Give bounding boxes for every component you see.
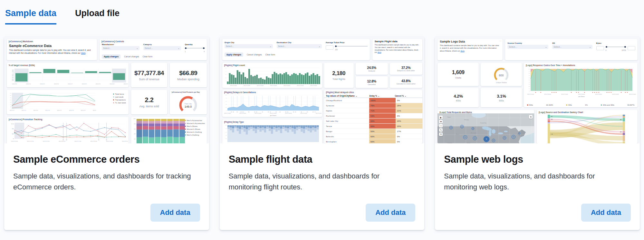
svg-text:2021-07-16: 2021-07-16: [54, 83, 59, 85]
table-row: Bangor50%17%: [324, 129, 422, 134]
range-slider: [185, 46, 205, 50]
add-data-button-logs[interactable]: Add data: [581, 204, 631, 222]
select-input: Select...⌄: [102, 46, 139, 50]
svg-text:-50%: -50%: [12, 80, 14, 81]
svg-text:20%: 20%: [226, 107, 227, 108]
svg-text:Thunder Bay: Thunder Bay: [480, 122, 487, 124]
legend-value: 66.667%: [628, 104, 635, 106]
svg-text:BR: BR: [620, 131, 622, 133]
add-data-button-ecommerce[interactable]: Add data: [150, 204, 200, 222]
svg-text:40%: 40%: [529, 82, 530, 82]
svg-text:0%: 0%: [529, 91, 530, 91]
svg-text:20%: 20%: [226, 138, 227, 139]
svg-text:2021-07-11 00:00: 2021-07-11 00:00: [244, 85, 250, 86]
map-tool-button: □: [439, 124, 443, 128]
svg-text:10: 10: [226, 81, 226, 81]
chevron-down-icon: ⌄: [136, 47, 138, 49]
panel-flight-controls: Origin City Select...⌄ Destination City …: [222, 39, 370, 60]
chevron-down-icon: ⌄: [589, 46, 591, 48]
svg-text:40: 40: [226, 71, 226, 72]
promotion-line-chart: $1,200$800$400$02021-07-13 12:002021-07-…: [7, 121, 128, 143]
legend-item: 400s: [566, 104, 572, 106]
control-category: Category Select...⌄: [143, 43, 181, 53]
table-row: Tampa60%20%: [324, 124, 422, 129]
card-description: Sample data, visualizations, and dashboa…: [13, 171, 195, 193]
svg-text:0%: 0%: [226, 110, 227, 111]
trans-per-day-gauge: Trans / day149.0: [170, 93, 206, 114]
svg-text:80%: 80%: [529, 73, 530, 73]
markdown-body: This dashboard contains sample data for …: [372, 43, 422, 54]
panel-title: [Logs] Source and Destination Sankey Cha…: [537, 110, 638, 114]
legend-item: Men's Accessories: [185, 120, 205, 121]
panel-items-sold-chart: 3503002502001501005002021-07-132021-07-1…: [7, 90, 129, 114]
legend-item: Women's Accessories: [185, 122, 205, 124]
svg-text:2021-07-12 00:00: 2021-07-12 00:00: [257, 85, 264, 86]
control-os: OS Select...⌄: [552, 42, 592, 51]
svg-text:250: 250: [10, 97, 12, 98]
svg-text:20: 20: [226, 77, 226, 78]
svg-text:2021-07-15 00:00: 2021-07-15 00:00: [527, 94, 534, 95]
svg-text:2021-07-15 00:00: 2021-07-15 00:00: [300, 113, 307, 114]
select-input: Select...⌄: [507, 45, 548, 49]
svg-text:50: 50: [10, 106, 11, 107]
line-chart-legend: Total itemsLast weekTransactionsTx. last…: [113, 93, 126, 104]
panel-flight-markdown: Sample Flight data This dashboard contai…: [372, 39, 422, 60]
card-description: Sample data, visualizations, and dashboa…: [444, 171, 626, 193]
svg-text:2021-07-18 00:00: 2021-07-18 00:00: [578, 94, 585, 95]
panel-most-delayed-cities: [Flights] Most delayed cities Top values…: [324, 90, 422, 143]
svg-text:2021-07-19 00:00: 2021-07-19 00:00: [595, 94, 602, 95]
control-destination-city: Destination City Select...⌄: [277, 42, 322, 51]
svg-text:2021-07-16: 2021-07-16: [45, 110, 50, 111]
sort-icon: ⌄: [378, 95, 380, 97]
svg-text:Regina: Regina: [447, 117, 451, 118]
svg-text:2021-07-14 00:00: 2021-07-14 00:00: [285, 113, 292, 114]
legend-item: Total items: [113, 93, 126, 95]
stacked-bar-legend: Men's AccessoriesWomen's AccessoriesMen'…: [185, 120, 205, 136]
svg-text:2021-07-13: 2021-07-13: [12, 83, 17, 85]
svg-text:Trans / day: Trans / day: [185, 103, 192, 105]
svg-text:44: 44: [465, 137, 466, 138]
svg-text:350: 350: [10, 93, 12, 94]
svg-text:300: 300: [10, 95, 12, 96]
panel-delay-type: [Flights] Delay Type 100%80%60%40%20%: [222, 120, 322, 143]
svg-text:100%: 100%: [225, 125, 227, 126]
svg-text:40%: 40%: [226, 135, 227, 136]
category-stacked-bar-chart: 100%80%60%40%20%: [132, 118, 186, 143]
control-origin-city: Origin City Select...⌄: [225, 42, 273, 51]
svg-text:2021-07-16 00:00: 2021-07-16 00:00: [315, 113, 321, 114]
sort-icon: ⌄: [355, 95, 357, 97]
cancel-changes-button: Cancel changes: [247, 53, 262, 56]
cancel-changes-button: Cancel changes: [124, 55, 139, 58]
svg-text:Omaha: Omaha: [467, 142, 470, 143]
map-tool-button: ◧: [439, 116, 443, 119]
panel-sum-revenue: $77,377.84 Sum of revenue: [131, 63, 167, 87]
panel-logs-markdown: ⋯ Sample Logs Data This dashboard contai…: [437, 39, 503, 60]
svg-text:60%: 60%: [529, 77, 530, 78]
svg-text:2021-07-16 00:00: 2021-07-16 00:00: [310, 85, 317, 86]
svg-text:Pierre: Pierre: [456, 134, 459, 135]
svg-text:70%: 70%: [529, 75, 530, 76]
table-row: Birmingham50%0%: [324, 139, 422, 143]
svg-text:BD: BD: [551, 116, 553, 117]
legend-item: 500s: [527, 104, 533, 106]
svg-text:30: 30: [226, 74, 226, 75]
panel-title: [Flights] Delays & Cancellations: [222, 90, 322, 94]
tab-sample-data[interactable]: Sample data: [5, 8, 56, 24]
map-tool-button: ✎: [439, 128, 443, 132]
svg-text:per 3 hours: per 3 hours: [270, 115, 276, 116]
svg-text:0: 0: [11, 109, 12, 110]
svg-text:2021-07-21: 2021-07-21: [124, 83, 128, 85]
tab-upload-file[interactable]: Upload file: [75, 8, 120, 24]
svg-text:2021-07-12 00:00: 2021-07-12 00:00: [255, 113, 261, 114]
svg-text:2021-07-15 00:00: 2021-07-15 00:00: [297, 85, 303, 86]
svg-text:40%: 40%: [134, 133, 136, 135]
panel-delays-cancellations: [Flights] Delays & Cancellations 100%80%…: [222, 90, 322, 117]
svg-text:Minneapolis: Minneapolis: [471, 132, 476, 134]
legend-item: 200s and 300s: [601, 104, 614, 106]
add-data-button-flights[interactable]: Add data: [366, 204, 415, 222]
legend-item: Women's Clothing: [185, 131, 205, 133]
docs-link: docs: [81, 52, 86, 54]
svg-text:2021-07-18: 2021-07-18: [82, 83, 87, 85]
svg-text:2021-07-21 00:00: 2021-07-21 00:00: [629, 94, 636, 95]
panel-menu-icon: ⋯: [499, 40, 501, 43]
